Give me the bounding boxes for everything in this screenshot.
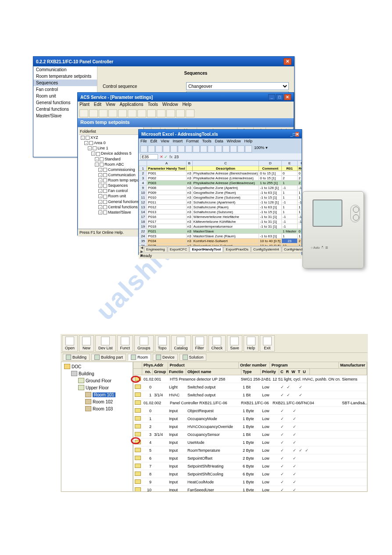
win2-folder-tree[interactable]: Folderlist✕ -XYZ-Area 0-Line 1-Device ad… xyxy=(78,127,144,229)
menu-item[interactable]: Window xyxy=(227,139,241,143)
cell[interactable]: -1 xyxy=(282,214,298,219)
header-cell[interactable]: Parameter Handy Tool xyxy=(147,166,186,171)
excel-titlebar[interactable]: Microsoft Excel - AddressingTool.xls _ □… xyxy=(139,130,302,138)
cell[interactable]: 1 xyxy=(298,243,302,246)
tree-node[interactable]: Upper Floor xyxy=(62,384,132,391)
cell[interactable]: P035 xyxy=(147,243,186,246)
toolbar-open-button[interactable]: Open xyxy=(62,335,78,352)
cell[interactable]: Physikalische Adresse (Bereichsadresse) xyxy=(192,171,259,176)
sheet-row[interactable]: 11P010n3Geografische Zone (Subzone)-1 to… xyxy=(139,195,302,200)
excel-sheet-tabs[interactable]: ◀ ◀ ▶ ▶ EngineeringExportCFCExportHandyT… xyxy=(139,246,302,253)
object-row[interactable]: 7InputSetpointShiftHeating6 ByteLow xyxy=(133,462,367,470)
tree-node[interactable]: Room 101 xyxy=(62,391,132,398)
cell[interactable]: P016 xyxy=(147,214,186,219)
cell[interactable]: 17 xyxy=(139,214,147,219)
cell[interactable]: -1 to 31 [1] xyxy=(259,214,282,219)
toolbar-help-button[interactable]: Help xyxy=(244,335,259,352)
minimize-icon[interactable]: _ xyxy=(268,94,275,100)
col-program[interactable]: Program xyxy=(270,362,339,368)
cell[interactable]: Wärmeverteilzone Heizfläche xyxy=(192,214,259,219)
sheet-row[interactable]: 2P001n3Physikalische Adresse (Bereichsad… xyxy=(139,171,302,176)
cell[interactable]: 12 xyxy=(139,200,147,205)
cell[interactable]: 1 xyxy=(298,205,302,210)
cell[interactable]: -1 xyxy=(298,219,302,224)
cell[interactable]: P001 xyxy=(147,171,186,176)
cell[interactable]: 2 xyxy=(298,176,302,181)
cell[interactable]: P018 xyxy=(147,224,186,229)
cell[interactable]: n3 xyxy=(186,219,192,224)
toolbar-btn[interactable] xyxy=(215,145,222,152)
tree-node[interactable]: -Fan control xyxy=(79,188,142,193)
cell[interactable]: 0 to 15 [1] xyxy=(259,176,282,181)
sheet-row[interactable]: 36P035n3Prekomfort-Heiz-Sollwert10 to 40… xyxy=(139,243,302,246)
win2-menubar[interactable]: PlantEditViewApplicationsToolsWindowHelp xyxy=(78,102,294,109)
cell[interactable]: n3 xyxy=(186,190,192,195)
cell[interactable]: -1 xyxy=(282,200,298,205)
view-tab-room[interactable]: Room xyxy=(128,354,151,361)
tree-node[interactable]: -Device address 5 xyxy=(79,151,142,156)
cell[interactable]: -1 to 15 [1] xyxy=(259,195,282,200)
menu-item[interactable]: Window xyxy=(162,102,178,107)
sheet-row[interactable]: 19P018n3Aussentemperatursensor-1 to 31 [… xyxy=(139,224,302,229)
excel-toolbar[interactable]: 100% ▾ xyxy=(139,145,302,153)
toolbar-btn[interactable] xyxy=(185,145,192,152)
sheet-row[interactable]: 22P021n3Master/Slave1 Master0 S xyxy=(139,229,302,234)
cell[interactable]: P011 xyxy=(147,200,186,205)
col-header[interactable]: F xyxy=(298,161,302,166)
cell[interactable]: P003 xyxy=(147,181,186,185)
col-header[interactable]: D xyxy=(259,161,282,166)
sheet-row[interactable]: 24P023n3Master/Slave Zone (Raum)-1 to 63… xyxy=(139,234,302,239)
cell[interactable]: 1 xyxy=(282,190,298,195)
tree-node[interactable]: -Room temp setpoint xyxy=(79,178,142,183)
cell[interactable]: Geografische Zone (Raum) xyxy=(192,190,259,195)
sheet-row[interactable]: 14P013n3Schaltuhrzone (Subzone)-1 to 15 … xyxy=(139,210,302,214)
object-row[interactable]: 0LightSwitched output1 BitLow xyxy=(133,383,367,391)
cell[interactable]: n3 xyxy=(186,210,192,214)
object-row[interactable]: 2InputHVACOccupancyOverride1 ByteLow xyxy=(133,423,367,431)
cell[interactable]: Prekomfort-Heiz-Sollwert xyxy=(192,243,259,246)
sheet-row[interactable]: 13P012n3Schaltuhrzone (Raum)-1 to 63 [1]… xyxy=(139,205,302,210)
cell[interactable]: Physikalische Adresse (Geräteadresse) xyxy=(192,181,259,185)
win2-toolbar[interactable] xyxy=(78,109,294,118)
cell[interactable]: -1 xyxy=(282,219,298,224)
menu-item[interactable]: Edit xyxy=(151,139,158,143)
menu-item[interactable]: Applications xyxy=(120,102,144,107)
sidebar-item[interactable]: Fan control xyxy=(33,86,97,93)
col-header[interactable]: C xyxy=(192,161,259,166)
sheet-row[interactable]: 17P016n3Wärmeverteilzone Heizfläche-1 to… xyxy=(139,214,302,219)
view-tab-building-part[interactable]: Building part xyxy=(91,354,126,361)
toolbar-btn[interactable] xyxy=(193,145,200,152)
menu-item[interactable]: Tools xyxy=(147,102,158,107)
sheet-row[interactable]: 4P003n3Physikalische Adresse (Geräteadre… xyxy=(139,181,302,185)
cell[interactable]: 13 xyxy=(139,205,147,210)
cell[interactable]: 3 xyxy=(139,176,147,181)
cell[interactable]: -1 to 126 [1] xyxy=(259,185,282,190)
col-flag-r[interactable]: R xyxy=(286,370,289,374)
cell[interactable]: n3 xyxy=(186,214,192,219)
sheet-tab[interactable]: ExportPraxIDs xyxy=(223,247,251,252)
cell[interactable]: -1 to 15 [1] xyxy=(259,210,282,214)
object-row[interactable]: 1InputOccupancyMode1 ByteLow xyxy=(133,415,367,423)
cell[interactable]: Kälteverteilzone Kühlfläche xyxy=(192,219,259,224)
excel-formula-bar[interactable]: E35 ✕ ✓ fx 23 xyxy=(139,153,302,160)
col-flag-t[interactable]: T xyxy=(298,370,301,374)
toolbar-btn[interactable] xyxy=(170,145,177,152)
col-flag-c[interactable]: C xyxy=(281,370,284,374)
toolbar-btn[interactable] xyxy=(176,109,185,117)
cell[interactable]: P010 xyxy=(147,195,186,200)
sheet-row[interactable]: 35P034n3Komfort-Heiz-Sollwert10 to 40 [0… xyxy=(139,239,302,243)
toolbar-exit-button[interactable]: Exit xyxy=(260,335,275,352)
col-order-number[interactable]: Order number xyxy=(239,362,270,368)
toolbar-btn[interactable] xyxy=(208,145,215,152)
sidebar-item[interactable]: Sequences xyxy=(33,80,97,86)
cell[interactable]: Schaltuhrzone (Subzone) xyxy=(192,210,259,214)
object-row[interactable]: 6InputSetpointOffset2 ByteLow xyxy=(133,454,367,462)
cell[interactable]: 11 xyxy=(139,195,147,200)
tree-node[interactable]: -Standard xyxy=(79,156,142,162)
cell[interactable]: n3 xyxy=(186,185,192,190)
cell[interactable]: P034 xyxy=(147,239,186,243)
cell[interactable]: 0 S xyxy=(298,229,302,234)
cell[interactable]: P017 xyxy=(147,219,186,224)
cell[interactable]: Physikalische Adresse (Linienadresse) xyxy=(192,176,259,181)
toolbar-funct-button[interactable]: Funct xyxy=(117,335,133,352)
